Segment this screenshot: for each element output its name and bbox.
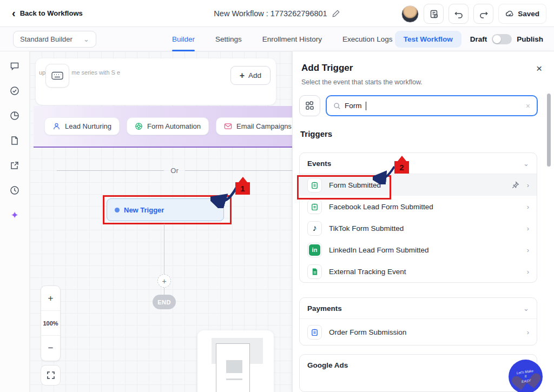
tab-execution-logs[interactable]: Execution Logs: [342, 27, 392, 51]
keyboard-shortcuts-button[interactable]: [45, 64, 69, 88]
top-right-actions: Saved: [401, 4, 546, 24]
builder-tabs: Builder Settings Enrollment History Exec…: [172, 27, 392, 51]
clear-search-icon[interactable]: ×: [526, 102, 530, 110]
builder-mode-select[interactable]: Standard Builder ⌄: [13, 31, 96, 48]
linkedin-icon: in: [307, 243, 322, 257]
ai-sparkles-icon[interactable]: ✦: [9, 209, 21, 221]
close-icon[interactable]: ×: [536, 63, 542, 74]
redo-button[interactable]: [473, 4, 493, 24]
chevron-right-icon: ›: [527, 268, 529, 276]
chevron-right-icon: ›: [527, 328, 529, 336]
connector-line: [164, 224, 164, 274]
saved-status: Saved: [498, 4, 546, 24]
minimap[interactable]: [197, 330, 274, 392]
minimap-line: [226, 378, 242, 380]
toggle-knob: [493, 35, 501, 43]
or-divider: Or: [57, 167, 292, 175]
chevron-down-icon: ⌄: [523, 160, 529, 168]
add-button-label: Add: [248, 71, 261, 79]
chevron-down-icon: ⌄: [523, 304, 529, 313]
add-trigger-panel: Add Trigger × Select the event that star…: [292, 51, 554, 392]
add-step-node[interactable]: +: [157, 274, 171, 288]
group-google-ads: Google Ads: [299, 354, 537, 392]
canvas-note-card: up me series with S e + Add: [36, 58, 276, 105]
new-trigger-label: New Trigger: [124, 206, 164, 214]
end-node: END: [153, 295, 176, 309]
draft-label: Draft: [470, 35, 487, 43]
comments-icon[interactable]: [9, 60, 21, 72]
tiktok-icon: ♪: [307, 221, 322, 236]
undo-button[interactable]: [449, 4, 469, 24]
test-workflow-button[interactable]: Test Workflow: [395, 31, 461, 48]
clipboard-green-icon: [307, 200, 322, 214]
zoom-out-button[interactable]: −: [41, 336, 60, 361]
zoom-in-button[interactable]: +: [41, 286, 60, 311]
avatar[interactable]: [401, 5, 419, 23]
pin-icon[interactable]: [511, 181, 519, 189]
search-icon: [333, 102, 341, 110]
minimap-rect: [226, 360, 242, 373]
watermark-logo: Let's MakeItEASY: [509, 360, 543, 392]
tag-form-automation[interactable]: Form Automation: [127, 117, 209, 135]
top-bar: ‹ Back to Workflows New Workflow : 17732…: [0, 0, 554, 27]
divider-line: [57, 170, 164, 171]
document-clock-icon: [429, 9, 439, 19]
panel-scrollbar[interactable]: [547, 94, 551, 167]
fullscreen-button[interactable]: [41, 365, 61, 386]
minimap-page: [216, 343, 250, 392]
publish-group: Draft Publish: [470, 34, 543, 44]
tab-builder[interactable]: Builder: [172, 27, 195, 51]
tag-email-campaigns[interactable]: Email Campaigns: [216, 117, 292, 135]
search-input[interactable]: Form ×: [326, 95, 538, 116]
tab-settings[interactable]: Settings: [215, 27, 242, 51]
history-clock-icon[interactable]: [9, 184, 21, 196]
undo-icon: [454, 9, 464, 19]
file-icon[interactable]: [9, 135, 21, 147]
chevron-down-icon: ⌄: [83, 35, 89, 43]
automation-ring-icon: [135, 122, 143, 130]
workflow-tags-band: Lead Nurturing Form Automation Email Cam…: [34, 106, 292, 148]
trigger-dot-icon: [115, 208, 120, 212]
check-circle-icon[interactable]: [9, 85, 21, 97]
back-to-workflows-button[interactable]: ‹ Back to Workflows: [12, 9, 83, 18]
workflow-canvas[interactable]: up me series with S e + Add Lead Nurturi…: [30, 51, 292, 392]
annotation-marker-2: 2: [394, 161, 409, 174]
trigger-item-external-tracking[interactable]: External Tracking Event ›: [300, 261, 537, 282]
panel-title: Add Trigger: [301, 63, 353, 74]
edit-title-pencil-icon[interactable]: [332, 9, 340, 17]
add-button[interactable]: + Add: [230, 66, 271, 85]
triggers-heading: Triggers: [293, 116, 554, 138]
new-trigger-node[interactable]: New Trigger: [107, 198, 224, 221]
toolbar-right: Test Workflow Draft Publish: [395, 31, 543, 48]
or-label: Or: [170, 167, 178, 175]
connector-line: [164, 288, 164, 295]
plus-icon: +: [240, 71, 245, 81]
group-events-header[interactable]: Events ⌄: [300, 153, 537, 174]
note-text-suffix: me series with S e: [71, 69, 120, 76]
saved-label: Saved: [518, 10, 539, 18]
watermark-text: Let's MakeItEASY: [506, 357, 545, 392]
chevron-right-icon: ›: [527, 203, 529, 211]
left-icon-sidebar: ✦: [0, 51, 30, 392]
trigger-item-tiktok-form[interactable]: ♪ TikTok Form Submitted ›: [300, 217, 537, 239]
annotation-marker-1: 1: [235, 182, 250, 195]
group-payments-header[interactable]: Payments ⌄: [300, 298, 537, 319]
grid-icon: [305, 101, 314, 110]
trigger-item-order-form-submission[interactable]: Order Form Submission ›: [300, 319, 537, 345]
version-history-button[interactable]: [424, 4, 444, 24]
publish-label: Publish: [517, 35, 543, 43]
tab-enrollment-history[interactable]: Enrollment History: [262, 27, 322, 51]
chevron-right-icon: ›: [527, 181, 529, 189]
tag-lead-nurturing[interactable]: Lead Nurturing: [44, 117, 120, 135]
builder-toolbar: Standard Builder ⌄ Builder Settings Enro…: [0, 27, 554, 51]
keyboard-icon: [51, 71, 63, 80]
category-grid-button[interactable]: [299, 95, 320, 116]
pie-chart-icon[interactable]: [9, 110, 21, 122]
trigger-item-linkedin-lead-form[interactable]: in LinkedIn Lead Form Submitted ›: [300, 239, 537, 261]
external-link-icon[interactable]: [9, 160, 21, 171]
group-events: Events ⌄ Form Submitted › Facebook Lead …: [299, 152, 537, 283]
cloud-check-icon: [505, 9, 515, 18]
publish-toggle[interactable]: [492, 34, 512, 44]
group-google-ads-header[interactable]: Google Ads: [300, 355, 537, 376]
envelope-icon: [224, 122, 232, 130]
